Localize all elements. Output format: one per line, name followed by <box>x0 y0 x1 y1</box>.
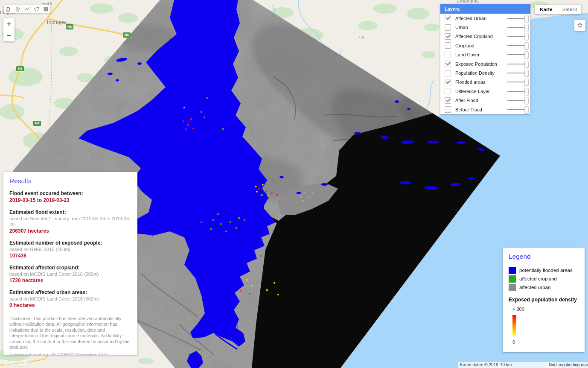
population-density-gradient <box>512 315 516 336</box>
legend-density-min: 0 <box>512 339 579 345</box>
result-source: based on MODIS Land Cover 2018 (500m) <box>9 271 131 277</box>
layer-label: Urban <box>455 25 468 30</box>
google-logo: Google <box>3 359 30 367</box>
layer-row-difference-layer: Difference Layer <box>440 87 530 96</box>
results-section: Estimated number of exposed people:based… <box>9 240 131 260</box>
legend-item: affected urban <box>509 283 579 292</box>
map-type-switcher: Karte Satellit <box>535 5 581 14</box>
layer-label: Difference Layer <box>455 89 490 94</box>
layer-opacity-slider[interactable] <box>507 64 527 64</box>
layer-opacity-slider[interactable] <box>507 27 527 28</box>
slider-handle[interactable] <box>524 51 529 58</box>
fullscreen-button[interactable] <box>574 20 585 31</box>
layer-checkbox[interactable] <box>445 70 451 76</box>
results-section: Estimated affected cropland:based on MOD… <box>9 265 131 284</box>
layer-opacity-slider[interactable] <box>507 45 527 46</box>
results-section: Estimated affected urban areas:based on … <box>9 289 131 309</box>
results-disclaimer: Disclaimer: This product has been derive… <box>9 316 131 350</box>
layer-checkbox[interactable] <box>445 33 451 40</box>
slider-handle[interactable] <box>524 106 529 114</box>
zoom-in-button[interactable]: + <box>3 18 15 30</box>
polyline-tool-button[interactable] <box>23 5 32 13</box>
slider-handle[interactable] <box>524 61 529 68</box>
map-type-satellit-button[interactable]: Satellit <box>558 5 581 14</box>
slider-handle[interactable] <box>524 88 529 95</box>
layer-label: Affected Cropland <box>455 34 493 39</box>
legend-density-heading: Exposed population density <box>509 297 579 303</box>
map-copyright: Kartendaten © 2019 <box>458 362 501 368</box>
legend-item: affected cropland <box>509 275 579 283</box>
layer-label: Cropland <box>455 43 474 48</box>
polygon-icon <box>34 6 39 12</box>
result-value: 1720 hectares <box>9 277 131 284</box>
layer-checkbox[interactable] <box>445 24 451 31</box>
layer-checkbox[interactable] <box>445 88 451 94</box>
results-section: Flood event occured between:2019-03-15 t… <box>9 190 131 204</box>
slider-handle[interactable] <box>524 97 529 104</box>
drawing-toolbar <box>4 5 50 13</box>
layer-row-land-cover: Land Cover <box>440 50 530 59</box>
legend-items: potentially flooded areasaffected cropla… <box>509 266 579 292</box>
result-heading: Estimated affected cropland: <box>9 265 131 271</box>
pan-hand-icon <box>6 6 11 12</box>
layer-row-after-flood: After Flood <box>440 96 530 105</box>
layer-opacity-slider[interactable] <box>507 36 527 37</box>
scale-bar <box>514 364 551 366</box>
layer-label: Exposed Population <box>455 61 497 67</box>
layer-opacity-slider[interactable] <box>507 91 527 92</box>
layer-checkbox[interactable] <box>445 106 451 113</box>
results-title: Results <box>9 177 131 185</box>
legend-title: Legend <box>509 253 579 260</box>
zoom-out-button[interactable]: − <box>3 30 15 42</box>
result-value: 2019-03-15 to 2019-03-23 <box>9 197 131 204</box>
slider-handle[interactable] <box>524 24 529 31</box>
road-badge: N1 <box>16 66 24 71</box>
layer-checkbox[interactable] <box>445 52 451 58</box>
result-value: 107436 <box>9 252 131 260</box>
layer-label: Land Cover <box>455 52 480 57</box>
road-badge: N1 <box>33 121 41 126</box>
layer-checkbox[interactable] <box>445 61 451 67</box>
layer-opacity-slider[interactable] <box>507 54 527 55</box>
result-heading: Estimated flood extent: <box>9 209 131 216</box>
slider-handle[interactable] <box>524 15 529 22</box>
legend-item-label: affected cropland <box>519 276 557 281</box>
result-value: 0 hectares <box>9 302 131 309</box>
layer-checkbox[interactable] <box>445 42 451 49</box>
layer-checkbox[interactable] <box>445 79 451 85</box>
layer-row-before-flood: Before Flood <box>440 105 530 114</box>
slider-handle[interactable] <box>524 70 529 77</box>
layer-label: Before Flood <box>455 107 482 112</box>
pan-tool-button[interactable] <box>4 5 13 13</box>
map-type-karte-button[interactable]: Karte <box>535 5 558 14</box>
fullscreen-icon <box>576 22 583 29</box>
slider-handle[interactable] <box>524 42 529 50</box>
map-scale: 10 km <box>498 362 553 368</box>
slider-handle[interactable] <box>524 33 529 40</box>
layer-opacity-slider[interactable] <box>507 100 527 101</box>
legend-item-label: potentially flooded areas <box>519 268 573 273</box>
results-sections: Flood event occured between:2019-03-15 t… <box>9 190 131 309</box>
layer-checkbox[interactable] <box>445 97 451 104</box>
layer-row-urban: Urban <box>440 23 530 32</box>
layers-panel-header: Layers <box>440 4 530 14</box>
layer-opacity-slider[interactable] <box>507 18 527 19</box>
layers-panel: Layers Affected UrbanUrbanAffected Cropl… <box>440 4 530 114</box>
layer-opacity-slider[interactable] <box>507 73 527 73</box>
legend-swatch <box>509 284 516 291</box>
result-heading: Estimated affected urban areas: <box>9 289 131 296</box>
result-source: based on MODIS Land Cover 2018 (500m) <box>9 296 131 302</box>
rectangle-tool-button[interactable] <box>41 5 50 13</box>
legend-swatch <box>509 275 516 283</box>
scale-label: 10 km <box>500 362 512 368</box>
slider-handle[interactable] <box>524 79 529 86</box>
layer-opacity-slider[interactable] <box>507 109 527 110</box>
layer-opacity-slider[interactable] <box>507 82 527 82</box>
layer-checkbox[interactable] <box>445 15 451 21</box>
polygon-tool-button[interactable] <box>32 5 41 13</box>
marker-icon <box>15 6 20 12</box>
terms-link[interactable]: Nutzungsbedingungen <box>547 362 588 368</box>
marker-tool-button[interactable] <box>13 5 23 13</box>
road-badge: N6 <box>66 24 73 29</box>
legend-density-max: > 200 <box>512 307 579 312</box>
